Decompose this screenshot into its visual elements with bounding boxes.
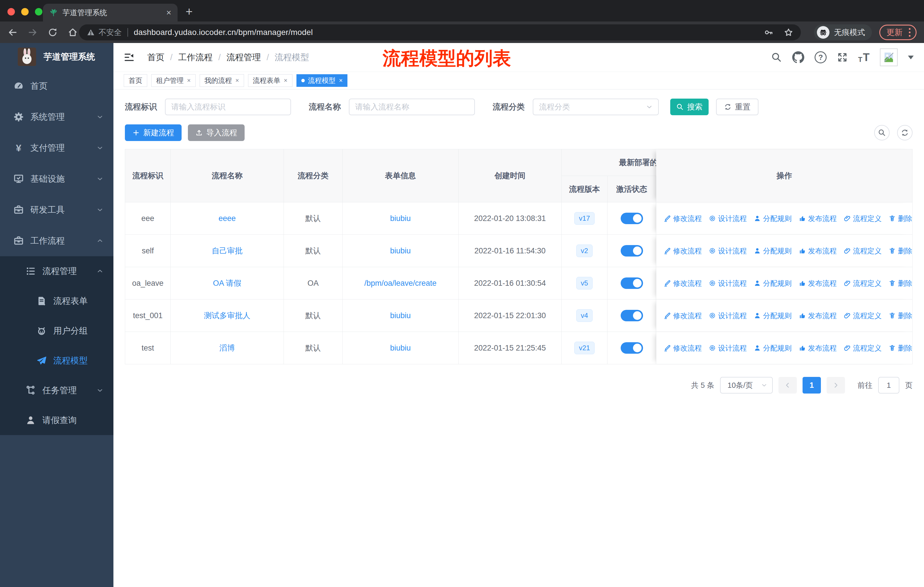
modify-process-link[interactable]: 修改流程 <box>663 214 702 223</box>
publish-process-link[interactable]: 发布流程 <box>799 343 837 353</box>
refresh-table-button[interactable] <box>897 125 912 141</box>
delete-link[interactable]: 删除 <box>888 214 912 223</box>
sidebar-fold-icon[interactable] <box>124 52 135 63</box>
form-info-link[interactable]: biubiu <box>390 311 411 320</box>
status-toggle[interactable] <box>621 278 643 289</box>
process-key-input[interactable] <box>165 99 291 115</box>
window-close-button[interactable] <box>7 8 15 15</box>
sidebar-item-devtools[interactable]: 研发工具 <box>0 194 114 225</box>
status-toggle[interactable] <box>621 342 643 354</box>
breadcrumb-home[interactable]: 首页 <box>147 51 164 63</box>
close-icon[interactable]: × <box>236 77 239 84</box>
process-definition-link[interactable]: 流程定义 <box>843 246 882 256</box>
modify-process-link[interactable]: 修改流程 <box>663 343 702 353</box>
process-name-link[interactable]: 滔博 <box>219 343 235 353</box>
create-process-button[interactable]: 新建流程 <box>125 124 182 141</box>
sidebar-item-system[interactable]: 系统管理 <box>0 101 114 132</box>
toggle-search-button[interactable] <box>874 125 889 141</box>
delete-link[interactable]: 删除 <box>888 343 912 353</box>
process-definition-link[interactable]: 流程定义 <box>843 214 882 223</box>
tag-process-form[interactable]: 流程表单× <box>248 74 292 87</box>
delete-link[interactable]: 删除 <box>888 311 912 321</box>
search-button[interactable]: 搜索 <box>670 99 709 115</box>
process-definition-link[interactable]: 流程定义 <box>843 311 882 321</box>
publish-process-link[interactable]: 发布流程 <box>799 214 837 223</box>
browser-tab[interactable]: 芋道管理系统 × <box>43 4 178 21</box>
assign-rule-link[interactable]: 分配规则 <box>754 214 792 223</box>
github-icon[interactable] <box>792 51 804 63</box>
tab-close-icon[interactable]: × <box>166 8 171 17</box>
form-info-link[interactable]: /bpm/oa/leave/create <box>364 279 437 288</box>
tag-home[interactable]: 首页 <box>124 74 147 87</box>
next-page-button[interactable] <box>827 377 845 394</box>
reset-button[interactable]: 重置 <box>716 99 759 115</box>
avatar-caret-icon[interactable] <box>908 56 914 60</box>
design-process-link[interactable]: 设计流程 <box>709 311 747 321</box>
sidebar-item-home[interactable]: 首页 <box>0 71 114 101</box>
delete-link[interactable]: 删除 <box>888 279 912 288</box>
page-1-button[interactable]: 1 <box>803 377 821 394</box>
sidebar-item-process-management[interactable]: 流程管理 <box>0 256 114 286</box>
design-process-link[interactable]: 设计流程 <box>709 214 747 223</box>
window-minimize-button[interactable] <box>21 8 29 15</box>
page-size-select[interactable]: 10条/页 <box>720 377 773 394</box>
publish-process-link[interactable]: 发布流程 <box>799 246 837 256</box>
font-size-icon[interactable]: TT <box>858 51 870 64</box>
update-menu-button[interactable]: 更新 <box>879 25 917 40</box>
sidebar-item-leave-query[interactable]: 请假查询 <box>0 405 114 435</box>
assign-rule-link[interactable]: 分配规则 <box>754 311 792 321</box>
forward-icon[interactable] <box>28 27 38 38</box>
import-process-button[interactable]: 导入流程 <box>188 124 244 141</box>
avatar[interactable] <box>880 48 898 66</box>
design-process-link[interactable]: 设计流程 <box>709 246 747 256</box>
tag-my-process[interactable]: 我的流程× <box>200 74 244 87</box>
sidebar-item-workflow[interactable]: 工作流程 <box>0 225 114 256</box>
sidebar-item-infra[interactable]: 基础设施 <box>0 164 114 194</box>
form-info-link[interactable]: biubiu <box>390 214 411 223</box>
modify-process-link[interactable]: 修改流程 <box>663 311 702 321</box>
process-category-select[interactable]: 流程分类 <box>533 99 659 115</box>
process-definition-link[interactable]: 流程定义 <box>843 279 882 288</box>
help-icon[interactable]: ? <box>815 51 827 63</box>
close-icon[interactable]: × <box>187 77 191 84</box>
status-toggle[interactable] <box>621 310 643 321</box>
breadcrumb-process-management[interactable]: 流程管理 <box>226 51 261 63</box>
goto-page-input[interactable] <box>878 377 899 394</box>
process-name-link[interactable]: 测试多审批人 <box>204 311 250 321</box>
form-info-link[interactable]: biubiu <box>390 344 411 352</box>
key-icon[interactable] <box>764 28 773 37</box>
bookmark-star-icon[interactable] <box>784 28 794 37</box>
new-tab-button[interactable]: + <box>186 5 193 19</box>
tag-process-model[interactable]: 流程模型× <box>297 74 348 87</box>
design-process-link[interactable]: 设计流程 <box>709 343 747 353</box>
url-bar[interactable]: 不安全 dashboard.yudao.iocoder.cn/bpm/manag… <box>79 24 801 40</box>
fullscreen-icon[interactable] <box>837 52 848 63</box>
form-info-link[interactable]: biubiu <box>390 246 411 255</box>
assign-rule-link[interactable]: 分配规则 <box>754 343 792 353</box>
sidebar-item-process-form[interactable]: 流程表单 <box>0 286 114 316</box>
close-icon[interactable]: × <box>339 77 343 84</box>
process-name-input[interactable] <box>349 99 475 115</box>
design-process-link[interactable]: 设计流程 <box>709 279 747 288</box>
breadcrumb-workflow[interactable]: 工作流程 <box>178 51 213 63</box>
delete-link[interactable]: 删除 <box>888 246 912 256</box>
sidebar-item-task-management[interactable]: 任务管理 <box>0 375 114 405</box>
assign-rule-link[interactable]: 分配规则 <box>754 279 792 288</box>
process-name-link[interactable]: 自己审批 <box>212 246 243 256</box>
publish-process-link[interactable]: 发布流程 <box>799 279 837 288</box>
search-icon[interactable] <box>771 52 782 63</box>
process-name-link[interactable]: eeee <box>219 214 236 223</box>
assign-rule-link[interactable]: 分配规则 <box>754 246 792 256</box>
modify-process-link[interactable]: 修改流程 <box>663 279 702 288</box>
process-name-link[interactable]: OA 请假 <box>213 278 241 288</box>
status-toggle[interactable] <box>621 245 643 256</box>
window-controls[interactable] <box>7 8 42 15</box>
sidebar-item-user-group[interactable]: 用户分组 <box>0 316 114 346</box>
process-definition-link[interactable]: 流程定义 <box>843 343 882 353</box>
status-toggle[interactable] <box>621 213 643 224</box>
sidebar-item-payment[interactable]: ¥ 支付管理 <box>0 132 114 164</box>
prev-page-button[interactable] <box>779 377 797 394</box>
close-icon[interactable]: × <box>284 77 287 84</box>
publish-process-link[interactable]: 发布流程 <box>799 311 837 321</box>
modify-process-link[interactable]: 修改流程 <box>663 246 702 256</box>
